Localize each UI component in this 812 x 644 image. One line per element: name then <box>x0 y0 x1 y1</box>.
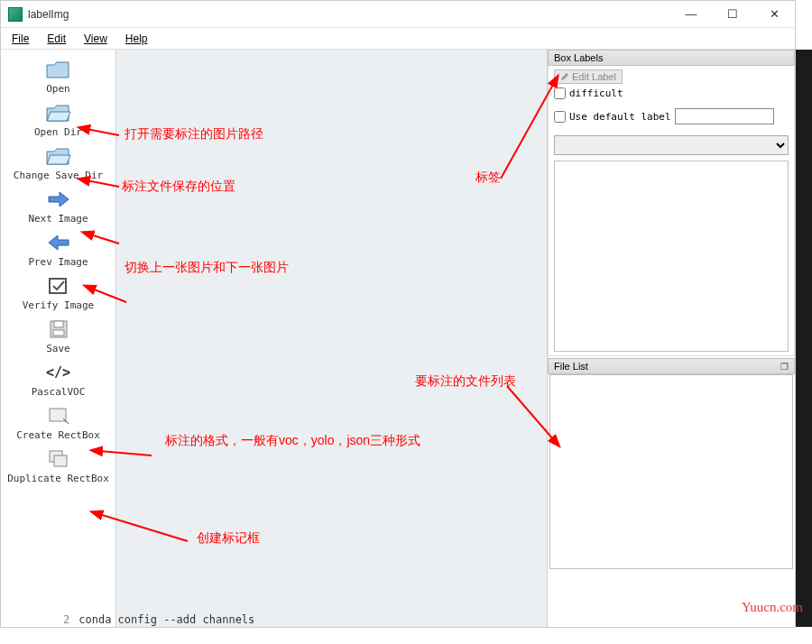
folder-icon <box>43 58 74 81</box>
watermark: Yuucn.com <box>742 600 803 615</box>
maximize-button[interactable]: ☐ <box>712 1 753 28</box>
save-icon <box>43 317 74 341</box>
change-save-dir-button[interactable]: Change Save Dir <box>5 142 113 183</box>
pencil-icon <box>560 72 569 81</box>
format-button[interactable]: </> PascalVOC <box>5 358 113 400</box>
menu-file[interactable]: File <box>5 31 36 47</box>
image-canvas[interactable] <box>116 50 548 627</box>
background-strip <box>796 50 812 627</box>
label-combo[interactable] <box>554 135 789 155</box>
folder-open-icon <box>43 144 74 168</box>
close-button[interactable]: ✕ <box>753 1 795 28</box>
right-panel: Box Labels Edit Label difficult Use defa… <box>548 50 795 627</box>
labels-listbox[interactable] <box>554 161 789 352</box>
app-icon <box>8 7 23 22</box>
duplicate-rectbox-button[interactable]: Duplicate RectBox <box>5 445 113 486</box>
file-list-header: File List ❐ <box>548 358 795 374</box>
difficult-label: difficult <box>569 87 623 99</box>
verify-image-button[interactable]: Verify Image <box>5 271 113 313</box>
svg-rect-3 <box>53 330 64 336</box>
left-toolbar: Open Open Dir Change Save Dir Next Image <box>1 50 116 627</box>
menu-bar: File Edit View Help <box>1 28 795 50</box>
menu-edit[interactable]: Edit <box>40 31 73 47</box>
edit-label-button[interactable]: Edit Label <box>554 69 623 84</box>
use-default-label-checkbox[interactable] <box>554 111 566 123</box>
menu-view[interactable]: View <box>77 31 115 47</box>
save-button[interactable]: Save <box>5 315 113 356</box>
file-list-box[interactable] <box>549 374 793 569</box>
default-label-input[interactable] <box>675 108 774 124</box>
prev-image-button[interactable]: Prev Image <box>5 228 113 270</box>
svg-rect-6 <box>54 455 67 466</box>
check-box-icon <box>43 274 74 298</box>
arrow-right-icon <box>43 188 74 211</box>
title-bar: labelImg — ☐ ✕ <box>1 1 795 28</box>
box-labels-header: Box Labels <box>548 50 795 66</box>
open-button[interactable]: Open <box>5 55 113 97</box>
difficult-checkbox[interactable] <box>554 87 566 99</box>
open-dir-button[interactable]: Open Dir <box>5 98 113 140</box>
menu-help[interactable]: Help <box>118 31 155 47</box>
arrow-left-icon <box>43 231 74 254</box>
window-title: labelImg <box>28 8 69 21</box>
duplicate-icon <box>43 447 74 471</box>
rect-icon <box>43 404 74 428</box>
use-default-label-text: Use default label <box>569 111 671 123</box>
terminal-fragment: 2 conda config --add channels <box>63 612 254 628</box>
pin-icon[interactable]: ❐ <box>780 362 789 372</box>
code-icon: </> <box>43 361 74 384</box>
folder-open-icon <box>43 101 74 124</box>
create-rectbox-button[interactable]: Create RectBox <box>5 401 113 443</box>
next-image-button[interactable]: Next Image <box>5 185 113 226</box>
svg-rect-2 <box>54 321 63 327</box>
minimize-button[interactable]: — <box>670 1 712 28</box>
